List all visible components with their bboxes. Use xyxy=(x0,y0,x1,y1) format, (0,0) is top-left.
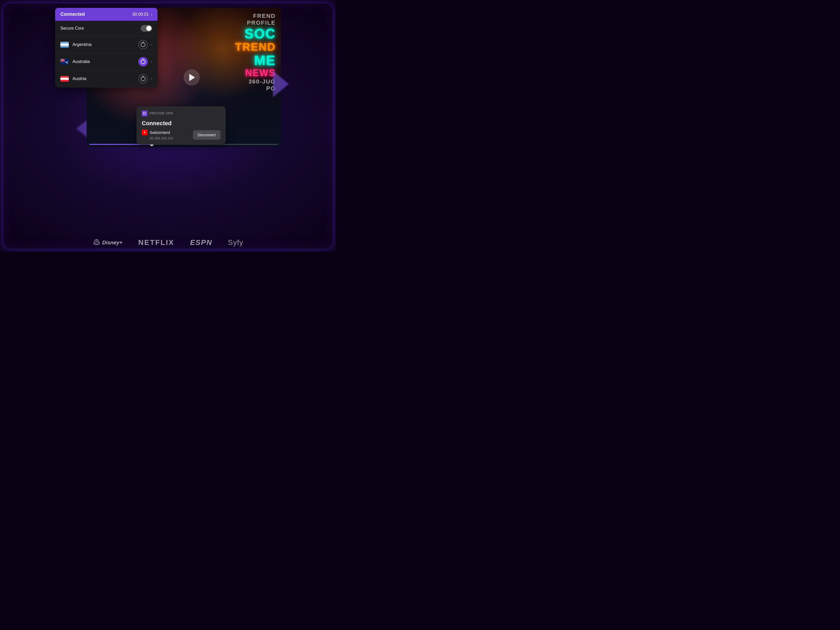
power-button-argentina[interactable] xyxy=(138,40,148,49)
svg-point-10 xyxy=(66,62,67,63)
notif-ip-address: 85.206.163.151 xyxy=(150,136,173,140)
espn-logo: ESPN xyxy=(190,238,212,247)
proton-app-name: PROTON VPN xyxy=(150,112,173,115)
neon-text-profile: PROFILE xyxy=(247,20,276,26)
flag-argentina xyxy=(60,42,69,47)
power-button-australia[interactable] xyxy=(138,57,148,66)
neon-text-area: FREND PROFILE SOC TREND ME NEWS 360-JUG … xyxy=(235,13,276,92)
chevron-icon-austria: › xyxy=(151,76,152,81)
disney-plus-logo: Disney+ xyxy=(93,238,122,246)
play-button[interactable] xyxy=(184,69,199,85)
chevron-icon-argentina: › xyxy=(151,42,152,47)
svg-point-16 xyxy=(96,240,97,242)
vpn-panel: Connected 00:00:01 › Secure Core Argenti… xyxy=(55,8,158,87)
neon-text-soc: SOC xyxy=(245,27,276,40)
neon-text-news: NEWS xyxy=(245,68,276,78)
secure-core-row[interactable]: Secure Core xyxy=(55,21,158,36)
secure-core-toggle[interactable] xyxy=(141,25,152,32)
svg-point-12 xyxy=(67,63,68,64)
play-triangle-icon xyxy=(189,74,195,81)
chevron-icon-australia: › xyxy=(151,59,152,64)
main-container: FREND PROFILE SOC TREND ME NEWS 360-JUG … xyxy=(0,0,336,252)
svg-point-11 xyxy=(68,61,68,62)
power-button-austria[interactable] xyxy=(138,74,148,84)
country-row-argentina[interactable]: Argentina › xyxy=(55,36,158,53)
secure-core-label: Secure Core xyxy=(60,26,84,31)
streaming-logos: Disney+ NETFLIX ESPN Syfy xyxy=(0,238,336,247)
notif-country-row: + Switzerland 85.206.163.151 Disconnect xyxy=(142,129,221,140)
country-row-austria[interactable]: Austria › xyxy=(55,70,158,87)
swiss-cross-icon: + xyxy=(144,131,146,134)
power-icon-argentina xyxy=(141,42,145,47)
notif-country-name: Switzerland xyxy=(150,130,170,135)
country-name-austria: Austria xyxy=(73,76,138,81)
country-name-australia: Australia xyxy=(73,59,138,64)
neon-text-frend: FREND xyxy=(253,13,276,19)
notif-header: PROTON VPN xyxy=(142,111,221,116)
power-icon-australia xyxy=(141,59,145,64)
power-icon-austria xyxy=(141,76,145,81)
toggle-knob xyxy=(146,26,152,31)
svg-rect-9 xyxy=(60,60,65,61)
country-row-australia[interactable]: Australia › xyxy=(55,53,158,70)
vpn-timer: 00:00:01 xyxy=(132,12,148,17)
notif-country-info: + Switzerland 85.206.163.151 xyxy=(142,129,173,140)
syfy-logo: Syfy xyxy=(228,238,243,247)
flag-austria xyxy=(60,76,69,82)
notification-panel: PROTON VPN Connected + Switzerland 85.20… xyxy=(136,106,226,144)
notif-connected-label: Connected xyxy=(142,120,221,127)
vpn-status-label: Connected xyxy=(60,11,85,17)
proton-logo xyxy=(142,111,147,116)
disconnect-button[interactable]: Disconnect xyxy=(193,130,221,140)
vpn-header-chevron-icon: › xyxy=(151,12,152,17)
netflix-logo: NETFLIX xyxy=(138,238,174,247)
neon-text-trend: TREND xyxy=(235,41,276,52)
notif-flag-name: + Switzerland xyxy=(142,129,173,135)
neon-text-numbers: 360-JUG xyxy=(249,79,276,85)
vpn-timer-area: 00:00:01 › xyxy=(132,12,152,17)
purple-arrow-right-decoration xyxy=(273,71,289,97)
flag-australia xyxy=(60,59,69,65)
vpn-header[interactable]: Connected 00:00:01 › xyxy=(55,8,158,21)
country-name-argentina: Argentina xyxy=(73,42,138,47)
screen-area: FREND PROFILE SOC TREND ME NEWS 360-JUG … xyxy=(55,8,281,160)
svg-point-13 xyxy=(65,62,66,63)
neon-text-me: ME xyxy=(254,54,276,67)
flag-switzerland: + xyxy=(142,129,147,135)
